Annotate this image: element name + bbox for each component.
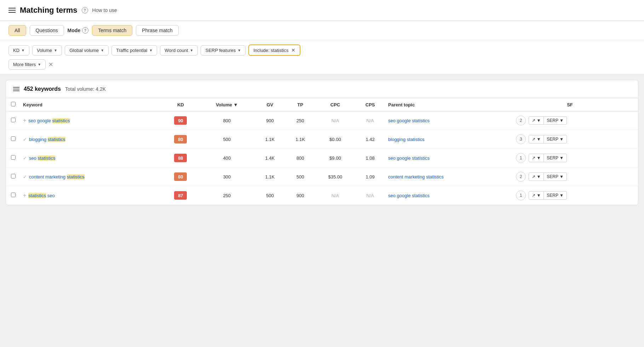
how-to-use-link[interactable]: How to use (92, 7, 117, 13)
th-cpc: CPC (315, 98, 355, 111)
kd-badge: 80 (174, 135, 187, 143)
keyword-link[interactable]: seo statistics (29, 155, 55, 161)
include-filter-close[interactable]: ✕ (291, 47, 295, 53)
keyword-link[interactable]: blogging statistics (29, 137, 65, 142)
volume-dropdown[interactable]: Volume ▼ (32, 45, 62, 55)
table-row: ✓blogging statistics805001.1K1.1K$0.001.… (6, 130, 638, 149)
cps-na: N/A (366, 193, 374, 198)
header: Matching terms ? How to use (0, 0, 644, 21)
select-all-checkbox[interactable] (11, 102, 16, 106)
trend-button[interactable]: ↗ ▼ (529, 154, 544, 162)
table-row: +seo google statistics90800900250N/AN/As… (6, 111, 638, 130)
gv-cell: 1.1K (255, 130, 285, 149)
trend-button[interactable]: ↗ ▼ (529, 135, 544, 143)
cps-cell: 1.42 (355, 130, 385, 149)
row-checkbox-2[interactable] (11, 155, 16, 160)
sf-cell: 1 ↗ ▼ SERP ▼ (513, 186, 627, 205)
row-add-icon[interactable]: + (23, 117, 26, 123)
row-checkbox-4[interactable] (11, 193, 16, 197)
keyword-prefix: seo (29, 155, 38, 161)
keyword-link[interactable]: seo google statistics (28, 118, 70, 123)
kd-badge: 90 (174, 116, 187, 125)
sf-cell: 1 ↗ ▼ SERP ▼ (513, 149, 627, 167)
trend-button[interactable]: ↗ ▼ (529, 172, 544, 181)
row-checkbox-3[interactable] (11, 174, 16, 178)
trend-button[interactable]: ↗ ▼ (529, 191, 544, 200)
keyword-link[interactable]: statistics seo (28, 193, 54, 198)
cpc-cell: N/A (315, 111, 355, 130)
volume-dropdown-arrow: ▼ (54, 48, 57, 52)
serp-button[interactable]: SERP ▼ (544, 116, 567, 125)
clear-filters-button[interactable]: ✕ (48, 61, 53, 68)
th-select-all[interactable] (6, 98, 20, 111)
traffic-potential-dropdown[interactable]: Traffic potential ▼ (111, 45, 157, 55)
cps-cell: N/A (355, 186, 385, 205)
serp-button[interactable]: SERP ▼ (544, 135, 567, 143)
include-filter[interactable]: Include: statistics ✕ (248, 45, 300, 56)
th-sf: SF (513, 98, 627, 111)
traffic-potential-arrow: ▼ (149, 48, 153, 52)
row-check-icon: ✓ (23, 155, 27, 161)
keyword-link[interactable]: content marketing statistics (29, 174, 85, 180)
more-filters-dropdown[interactable]: More filters ▼ (8, 59, 46, 70)
th-tp: TP (285, 98, 316, 111)
sf-badge: 2 (516, 172, 526, 182)
row-checkbox-0[interactable] (11, 118, 16, 122)
global-volume-dropdown[interactable]: Global volume ▼ (65, 45, 109, 55)
page-title: Matching terms (20, 6, 77, 15)
cpc-na: N/A (332, 193, 339, 198)
terms-match-btn[interactable]: Terms match (92, 25, 132, 36)
parent-topic-link[interactable]: content marketing statistics (388, 174, 444, 180)
cpc-na: N/A (332, 118, 339, 123)
trend-button[interactable]: ↗ ▼ (529, 116, 544, 125)
parent-topic-link[interactable]: seo google statistics (388, 118, 430, 123)
parent-topic-link[interactable]: seo google statistics (388, 155, 430, 161)
parent-topic-cell: seo google statistics (385, 111, 513, 130)
serp-button[interactable]: SERP ▼ (544, 154, 567, 162)
serp-button[interactable]: SERP ▼ (544, 191, 567, 200)
parent-topic-cell: content marketing statistics (385, 167, 513, 186)
total-volume: Total volume: 4.2K (65, 86, 106, 92)
kd-dropdown[interactable]: KD ▼ (8, 45, 29, 55)
hamburger-icon[interactable] (8, 8, 16, 13)
filter-bar-dropdowns: KD ▼ Volume ▼ Global volume ▼ Traffic po… (0, 40, 644, 74)
parent-topic-link[interactable]: seo google statistics (388, 193, 430, 198)
kd-badge: 88 (174, 154, 187, 162)
cpc-cell: N/A (315, 186, 355, 205)
th-volume[interactable]: Volume ▼ (199, 98, 255, 111)
phrase-match-btn[interactable]: Phrase match (136, 25, 178, 36)
kd-badge: 87 (174, 191, 187, 200)
tp-cell: 800 (285, 149, 316, 167)
row-checkbox-1[interactable] (11, 136, 16, 141)
tp-cell: 1.1K (285, 130, 316, 149)
sf-btn-group: ↗ ▼ SERP ▼ (529, 135, 567, 143)
keyword-count: 452 keywords (24, 86, 61, 92)
row-add-icon[interactable]: + (23, 192, 26, 198)
table-menu-icon[interactable] (13, 87, 19, 91)
row-check-icon: ✓ (23, 137, 27, 142)
th-kd: KD (162, 98, 199, 111)
word-count-dropdown[interactable]: Word count ▼ (160, 45, 198, 55)
gv-cell: 1.1K (255, 167, 285, 186)
page-wrapper: Matching terms ? How to use All Question… (0, 0, 644, 347)
serp-features-dropdown[interactable]: SERP features ▼ (201, 45, 246, 55)
sf-badge: 1 (516, 153, 526, 163)
gv-cell: 500 (255, 186, 285, 205)
help-badge[interactable]: ? (82, 7, 88, 13)
cpc-cell: $9.00 (315, 149, 355, 167)
tab-all[interactable]: All (8, 25, 26, 36)
volume-cell: 400 (199, 149, 255, 167)
sf-badge: 1 (516, 190, 526, 200)
parent-topic-cell: seo google statistics (385, 149, 513, 167)
th-gv: GV (255, 98, 285, 111)
kd-dropdown-arrow: ▼ (21, 48, 25, 52)
th-cps: CPS (355, 98, 385, 111)
tab-questions[interactable]: Questions (30, 25, 64, 36)
cps-cell: 1.08 (355, 149, 385, 167)
serp-button[interactable]: SERP ▼ (544, 172, 567, 181)
keyword-prefix: content marketing (29, 174, 67, 180)
mode-help-badge[interactable]: ? (82, 27, 88, 34)
volume-cell: 250 (199, 186, 255, 205)
parent-topic-link[interactable]: blogging statistics (388, 137, 425, 142)
th-parent-topic: Parent topic (385, 98, 513, 111)
